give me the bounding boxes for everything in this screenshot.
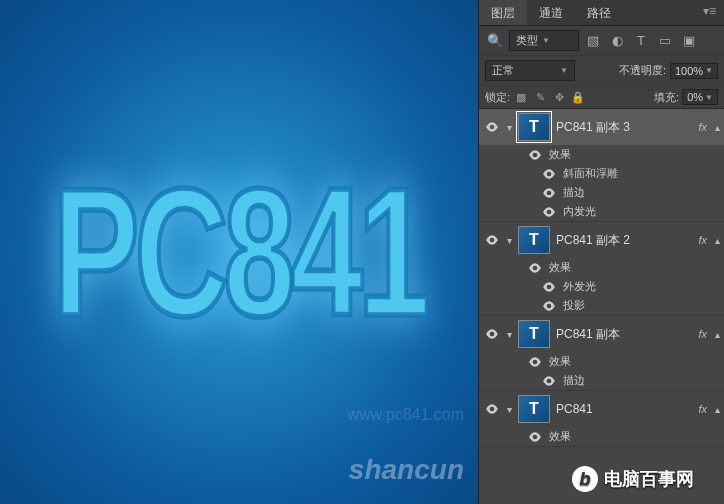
effect-item[interactable]: 描边 — [527, 371, 724, 390]
visibility-eye-icon[interactable] — [527, 261, 543, 275]
search-icon[interactable]: 🔍 — [485, 31, 505, 51]
layer-effects-list: 效果描边 — [479, 352, 724, 390]
layer-thumbnail[interactable]: T — [518, 113, 550, 141]
lock-row: 锁定: ▩ ✎ ✥ 🔒 填充: 0% ▼ — [479, 86, 724, 109]
blend-row: 正常 ▼ 不透明度: 100% ▼ — [479, 56, 724, 86]
layer-item[interactable]: ▾TPC841 副本 2fx▴效果外发光投影 — [479, 222, 724, 316]
layer-effects-list: 效果外发光投影 — [479, 258, 724, 315]
visibility-eye-icon[interactable] — [541, 186, 557, 200]
panel-tabs: 图层 通道 路径 ▾≡ — [479, 0, 724, 26]
tab-layers[interactable]: 图层 — [479, 0, 527, 25]
visibility-eye-icon[interactable] — [527, 430, 543, 444]
lock-all-icon[interactable]: 🔒 — [570, 89, 586, 105]
layer-effects-list: 效果 — [479, 427, 724, 446]
layer-name-label: PC841 副本 3 — [556, 119, 692, 136]
layer-row[interactable]: ▾TPC841 副本 2fx▴ — [479, 222, 724, 258]
fill-input[interactable]: 0% ▼ — [682, 89, 718, 105]
opacity-input[interactable]: 100% ▼ — [670, 63, 718, 79]
layer-item[interactable]: ▾TPC841 副本fx▴效果描边 — [479, 316, 724, 391]
filter-type-icon[interactable]: T — [631, 31, 651, 51]
chevron-down-icon: ▼ — [705, 93, 713, 102]
visibility-eye-icon[interactable] — [483, 400, 501, 418]
effects-label: 效果 — [549, 147, 571, 162]
fill-value: 0% — [687, 91, 703, 103]
opacity-label: 不透明度: — [619, 63, 666, 78]
fx-chevron-icon[interactable]: ▴ — [715, 122, 720, 133]
lock-position-icon[interactable]: ✥ — [551, 89, 567, 105]
layer-item[interactable]: ▾TPC841 副本 3fx▴效果斜面和浮雕描边内发光 — [479, 109, 724, 222]
effect-item[interactable]: 描边 — [527, 183, 724, 202]
filter-shape-icon[interactable]: ▭ — [655, 31, 675, 51]
visibility-eye-icon[interactable] — [527, 355, 543, 369]
visibility-eye-icon[interactable] — [541, 374, 557, 388]
expand-chevron-icon[interactable]: ▾ — [507, 122, 512, 133]
chevron-down-icon: ▼ — [560, 66, 568, 75]
chevron-down-icon: ▼ — [705, 66, 713, 75]
effect-name: 描边 — [563, 185, 585, 200]
document-canvas[interactable]: PC841 — [0, 0, 478, 504]
effect-name: 内发光 — [563, 204, 596, 219]
visibility-eye-icon[interactable] — [527, 148, 543, 162]
layer-name-label: PC841 副本 — [556, 326, 692, 343]
filter-pixel-icon[interactable]: ▧ — [583, 31, 603, 51]
layer-row[interactable]: ▾TPC841 副本 3fx▴ — [479, 109, 724, 145]
filter-smart-icon[interactable]: ▣ — [679, 31, 699, 51]
layer-thumbnail[interactable]: T — [518, 320, 550, 348]
layer-effects-list: 效果斜面和浮雕描边内发光 — [479, 145, 724, 221]
filter-type-label: 类型 — [516, 33, 538, 48]
expand-chevron-icon[interactable]: ▾ — [507, 404, 512, 415]
fx-indicator[interactable]: fx — [698, 328, 707, 340]
fx-indicator[interactable]: fx — [698, 403, 707, 415]
layers-panel: 图层 通道 路径 ▾≡ 🔍 类型 ▼ ▧ ◐ T ▭ ▣ 正常 ▼ 不透明度: … — [478, 0, 724, 504]
effect-item[interactable]: 内发光 — [527, 202, 724, 221]
lock-label: 锁定: — [485, 90, 510, 105]
layer-thumbnail[interactable]: T — [518, 395, 550, 423]
visibility-eye-icon[interactable] — [483, 118, 501, 136]
fx-chevron-icon[interactable]: ▴ — [715, 235, 720, 246]
expand-chevron-icon[interactable]: ▾ — [507, 329, 512, 340]
filter-type-dropdown[interactable]: 类型 ▼ — [509, 30, 579, 51]
fx-indicator[interactable]: fx — [698, 121, 707, 133]
blend-mode-value: 正常 — [492, 63, 514, 78]
blend-mode-dropdown[interactable]: 正常 ▼ — [485, 60, 575, 81]
effect-item[interactable]: 投影 — [527, 296, 724, 315]
chevron-down-icon: ▼ — [542, 36, 550, 45]
visibility-eye-icon[interactable] — [541, 280, 557, 294]
effects-header[interactable]: 效果 — [527, 427, 724, 446]
effects-header[interactable]: 效果 — [527, 145, 724, 164]
filter-adjust-icon[interactable]: ◐ — [607, 31, 627, 51]
layer-item[interactable]: ▾TPC841fx▴效果 — [479, 391, 724, 447]
layer-row[interactable]: ▾TPC841 副本fx▴ — [479, 316, 724, 352]
layer-name-label: PC841 副本 2 — [556, 232, 692, 249]
fx-chevron-icon[interactable]: ▴ — [715, 404, 720, 415]
visibility-eye-icon[interactable] — [541, 299, 557, 313]
effect-name: 斜面和浮雕 — [563, 166, 618, 181]
lock-pixels-icon[interactable]: ✎ — [532, 89, 548, 105]
visibility-eye-icon[interactable] — [541, 167, 557, 181]
effects-header[interactable]: 效果 — [527, 352, 724, 371]
expand-chevron-icon[interactable]: ▾ — [507, 235, 512, 246]
tab-channels[interactable]: 通道 — [527, 0, 575, 25]
effect-name: 描边 — [563, 373, 585, 388]
effects-header[interactable]: 效果 — [527, 258, 724, 277]
filter-row: 🔍 类型 ▼ ▧ ◐ T ▭ ▣ — [479, 26, 724, 56]
effect-name: 外发光 — [563, 279, 596, 294]
layer-thumbnail[interactable]: T — [518, 226, 550, 254]
visibility-eye-icon[interactable] — [541, 205, 557, 219]
layer-name-label: PC841 — [556, 402, 692, 416]
layer-row[interactable]: ▾TPC841fx▴ — [479, 391, 724, 427]
opacity-value: 100% — [675, 65, 703, 77]
panel-menu-icon[interactable]: ▾≡ — [695, 0, 724, 25]
effect-item[interactable]: 斜面和浮雕 — [527, 164, 724, 183]
fx-indicator[interactable]: fx — [698, 234, 707, 246]
effects-label: 效果 — [549, 429, 571, 444]
lock-transparent-icon[interactable]: ▩ — [513, 89, 529, 105]
visibility-eye-icon[interactable] — [483, 231, 501, 249]
visibility-eye-icon[interactable] — [483, 325, 501, 343]
fx-chevron-icon[interactable]: ▴ — [715, 329, 720, 340]
layers-list: ▾TPC841 副本 3fx▴效果斜面和浮雕描边内发光▾TPC841 副本 2f… — [479, 109, 724, 504]
effect-item[interactable]: 外发光 — [527, 277, 724, 296]
tab-paths[interactable]: 路径 — [575, 0, 623, 25]
effects-label: 效果 — [549, 354, 571, 369]
effect-name: 投影 — [563, 298, 585, 313]
